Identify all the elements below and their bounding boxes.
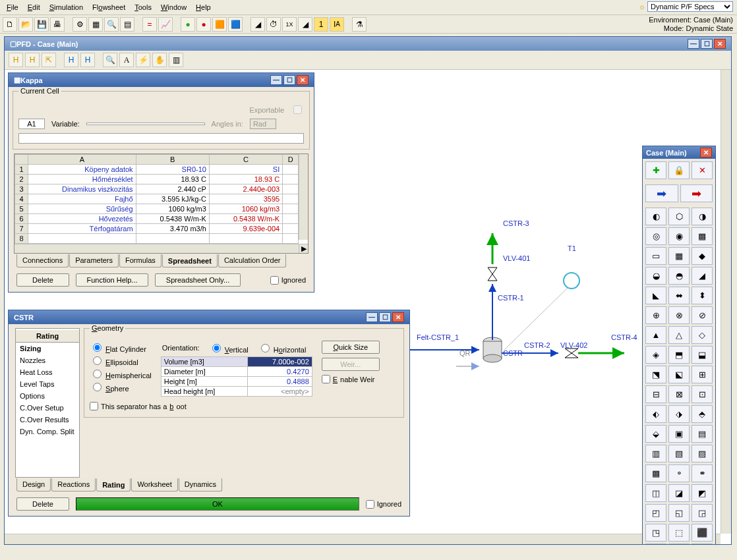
kappa-minimize-button[interactable]: — <box>270 75 282 85</box>
cstr-titlebar[interactable]: CSTR — ☐ ✕ <box>9 310 409 324</box>
palette-item-39[interactable]: ▩ <box>645 464 666 482</box>
label-cstr1[interactable]: CSTR-1 <box>498 294 524 302</box>
clock-icon[interactable]: ⏱ <box>266 17 281 32</box>
bolt-icon[interactable]: ⚡ <box>136 53 150 67</box>
spreadsheet-grid[interactable]: ABCD1Köpeny adatokSR0-10SI2Hőmérséklet18… <box>14 154 309 254</box>
palette-item-8[interactable]: ◆ <box>692 247 713 265</box>
palette-item-13[interactable]: ⬌ <box>668 287 690 304</box>
pfd-tool-2[interactable]: H <box>25 53 40 67</box>
tool-icon-14[interactable]: ◢ <box>298 17 312 32</box>
menu-flowsheet[interactable]: Flowsheet <box>88 1 129 13</box>
cstr-tab-rating[interactable]: Rating <box>96 478 131 491</box>
spreadsheet-only-button[interactable]: Spreadsheet Only... <box>155 273 241 287</box>
palette-close-button[interactable]: ✕ <box>700 148 712 157</box>
kappa-ignored-checkbox[interactable]: Ignored <box>270 276 306 285</box>
palette-item-26[interactable]: ⊞ <box>692 366 713 383</box>
palette-item-47[interactable]: ◲ <box>692 504 713 522</box>
orientation-vertical-radio[interactable]: Vertical <box>209 342 249 354</box>
palette-item-14[interactable]: ⬍ <box>692 287 713 304</box>
cell-ref-field[interactable]: A1 <box>18 119 45 129</box>
cstr-tab-worksheet[interactable]: Worksheet <box>131 478 177 491</box>
palette-item-45[interactable]: ◰ <box>645 504 666 522</box>
cstr-tab-design[interactable]: Design <box>16 478 51 491</box>
cstr-close-button[interactable]: ✕ <box>392 312 404 322</box>
tool-icon-9[interactable]: 🟧 <box>212 17 227 32</box>
palette-item-11[interactable]: ◢ <box>692 267 713 285</box>
palette-item-34[interactable]: ▣ <box>668 425 690 443</box>
pfd-tool-4[interactable]: H <box>64 53 78 67</box>
enable-weir-checkbox[interactable]: Enable Weir <box>322 375 380 383</box>
palette-item-0[interactable]: ◐ <box>645 208 666 225</box>
light-red-icon[interactable]: ● <box>196 17 211 32</box>
new-icon[interactable]: 🗋 <box>3 17 17 32</box>
flask-icon[interactable]: ⚗ <box>352 17 367 32</box>
palette-item-49[interactable]: ⬚ <box>668 524 690 542</box>
palette-item-51[interactable]: ◧ <box>645 544 666 544</box>
label-qr[interactable]: QR <box>459 349 471 357</box>
palette-item-19[interactable]: △ <box>668 326 690 344</box>
palette-item-41[interactable]: ⚭ <box>692 464 713 482</box>
palette-item-27[interactable]: ⊟ <box>645 385 666 403</box>
pal-stream-blue-icon[interactable]: ➡ <box>645 184 678 202</box>
menu-simulation[interactable]: Simulation <box>45 1 87 13</box>
pfd-tool-5[interactable]: H <box>80 53 95 67</box>
cstr-ignored-checkbox[interactable]: Ignored <box>366 500 401 509</box>
cstr-side-c-over-results[interactable]: C.Over Results <box>16 414 79 426</box>
pal-add-icon[interactable]: ✚ <box>645 161 666 179</box>
label-vlv402[interactable]: VLV-402 <box>560 341 587 349</box>
sheet-scrollbar-vertical[interactable] <box>299 154 308 240</box>
label-cstr4[interactable]: CSTR-4 <box>611 333 637 341</box>
pfd-minimize-button[interactable]: — <box>688 39 699 49</box>
palette-item-46[interactable]: ◱ <box>668 504 690 522</box>
light-green-icon[interactable]: ● <box>181 17 195 32</box>
cstr-side-options[interactable]: Options <box>16 390 79 402</box>
kappa-tab-parameters[interactable]: Parameters <box>69 254 119 267</box>
pfd-tool-3[interactable]: ⇱ <box>42 53 56 67</box>
cstr-maximize-button[interactable]: ☐ <box>379 312 391 322</box>
pfd-close-button[interactable]: ✕ <box>714 39 726 49</box>
palette-item-12[interactable]: ◣ <box>645 287 666 304</box>
open-icon[interactable]: 📂 <box>18 17 33 32</box>
palette-item-29[interactable]: ⊡ <box>692 385 713 403</box>
variable-field[interactable] <box>86 123 205 125</box>
cstr-window[interactable]: CSTR — ☐ ✕ Rating SizingNozzlesHeat Loss… <box>8 310 410 517</box>
palette-item-28[interactable]: ⊠ <box>668 385 690 403</box>
pfd-maximize-button[interactable]: ☐ <box>701 39 713 49</box>
palette-item-7[interactable]: ▦ <box>668 247 690 265</box>
menu-file[interactable]: File <box>3 1 22 13</box>
pfd-scrollbar-horizontal[interactable] <box>5 534 721 544</box>
palette-item-20[interactable]: ◇ <box>692 326 713 344</box>
palette-item-15[interactable]: ⊕ <box>645 306 666 324</box>
palette-item-23[interactable]: ⬓ <box>692 346 713 364</box>
tool-icon-1[interactable]: ⚙ <box>73 17 87 32</box>
tool-icon-16[interactable]: IA <box>330 17 344 32</box>
cstr-minimize-button[interactable]: — <box>366 312 378 322</box>
kappa-tab-calculation-order[interactable]: Calculation Order <box>218 254 287 267</box>
text-icon[interactable]: A <box>119 53 134 67</box>
palette-item-16[interactable]: ⊗ <box>668 306 690 324</box>
palette-item-48[interactable]: ◳ <box>645 524 666 542</box>
cstr-side-sizing[interactable]: Sizing <box>16 343 79 354</box>
palette-item-1[interactable]: ⬡ <box>668 208 690 225</box>
palette-item-38[interactable]: ▨ <box>692 445 713 462</box>
palette-item-43[interactable]: ◪ <box>668 484 690 502</box>
pfd-titlebar[interactable]: ▢ PFD - Case (Main) — ☐ ✕ <box>5 37 731 51</box>
cstr-side-heat-loss[interactable]: Heat Loss <box>16 366 79 378</box>
kappa-tab-formulas[interactable]: Formulas <box>119 254 162 267</box>
label-cstr3[interactable]: CSTR-3 <box>503 219 529 227</box>
tool-icon-11[interactable]: ◢ <box>251 17 265 32</box>
palette-item-2[interactable]: ◑ <box>692 208 713 225</box>
save-icon[interactable]: 💾 <box>34 17 49 32</box>
cstr-tab-reactions[interactable]: Reactions <box>51 478 96 491</box>
palette-item-42[interactable]: ◫ <box>645 484 666 502</box>
palette-item-44[interactable]: ◩ <box>692 484 713 502</box>
palette-item-18[interactable]: ▲ <box>645 326 666 344</box>
label-cstr[interactable]: CSTR <box>503 349 523 357</box>
tool-icon-5[interactable]: = <box>142 17 157 32</box>
palette-item-33[interactable]: ⬙ <box>645 425 666 443</box>
shape-radio-sphere[interactable]: Sphere <box>90 380 152 393</box>
cstr-side-level-taps[interactable]: Level Taps <box>16 378 79 390</box>
print-icon[interactable]: 🖶 <box>50 17 65 32</box>
palette-item-5[interactable]: ▩ <box>692 227 713 245</box>
quick-size-button[interactable]: Quick Size <box>322 341 380 354</box>
